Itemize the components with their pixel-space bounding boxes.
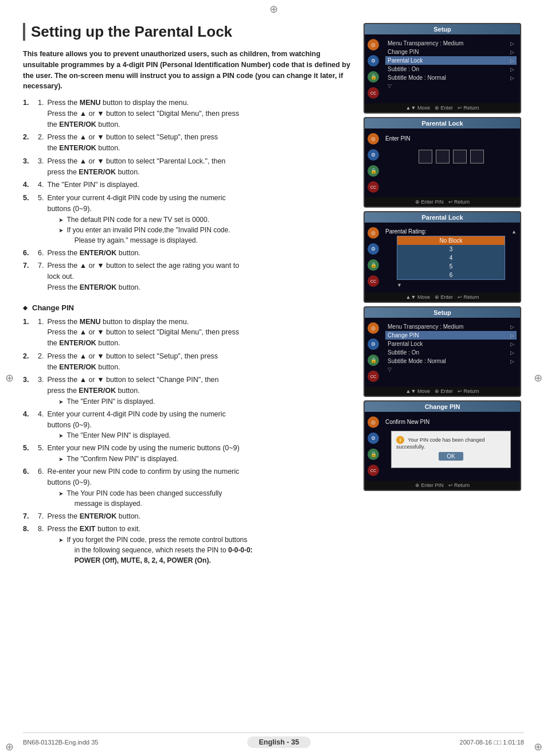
change-pin-title: Change PIN [32,303,74,312]
screenshot-setup2: Setup ◎ ⚙ 🔒 CC Menu Transparency : Mediu… [364,306,521,397]
enter-pin-label: Enter PIN [385,133,517,144]
reg-mark-bl: ⊕ [2,740,16,754]
menu-row2-subtitlemode: Subtitle Mode : Normal ▷ [385,357,517,365]
menu-row-subtitlemode: Subtitle Mode : Normal ▷ [385,73,517,82]
cp-note-5: The "Confirm New PIN" is displayed. [58,454,355,464]
rating-3: 3 [397,245,505,254]
screenshot-change-pin-body: ◎ ⚙ 🔒 CC Confirm New PIN i Your PIN code… [365,412,520,481]
cp-step-3: 3. Press the ▲ or ▼ button to select "Ch… [23,375,355,407]
step-7: 7. Press the ▲ or ▼ button to select the… [23,260,355,293]
step-2: 2. Press the ▲ or ▼ button to select "Se… [23,132,355,154]
menu-row-subtitle: Subtitle : On ▷ [385,65,517,73]
page-title: Setting up the Parental Lock [23,23,355,41]
screenshot-setup1: Setup ◎ ⚙ 🔒 CC Menu Transparency : Mediu… [364,23,521,114]
footer-left: BN68-01312B-Eng.indd 35 [23,739,98,746]
cp-note-3: The "Enter PIN" is displayed. [58,396,355,407]
screenshot-setup2-title: Setup [365,307,520,318]
confirm-box: i Your PIN code has been changedsuccessf… [391,431,511,468]
menu-row2-subtitle: Subtitle : On ▷ [385,348,517,357]
rating-5: 5 [397,262,505,271]
icon-sub2: CC [368,181,379,193]
screenshot-change-pin-confirm: Change PIN ◎ ⚙ 🔒 CC Confirm New PIN i Yo… [364,400,521,491]
screenshot-parental-pin: Parental Lock ◎ ⚙ 🔒 CC Enter PIN [364,117,521,208]
step-5: 5. Enter your current 4-digit PIN code b… [23,193,355,245]
confirm-text: Your PIN code has been changedsuccessful… [396,437,485,450]
cp-step-7: 7. Press the ENTER/OK button. [23,511,355,522]
screenshot-parental-pin-title: Parental Lock [365,118,520,128]
reg-mark-right: ⊕ [531,371,545,385]
menu-row2-parentallock: Parental Lock ▷ [385,340,517,348]
icon-gear2: ⚙ [368,149,379,161]
menu-row-changepin: Change PIN ▷ [385,48,517,56]
screenshot-change-pin-bottom: ⊕ Enter PIN ↩ Return [365,481,520,490]
screenshot-change-pin-title: Change PIN [365,402,520,412]
rating-6: 6 [397,271,505,279]
cp-step-8: 8. Press the EXIT button to exit. If you… [23,524,355,566]
step-1: 1. Press the MENU button to display the … [23,98,355,130]
note-5-1: The default PIN code for a new TV set is… [58,215,355,225]
screenshot-parental-rating: Parental Lock ◎ ⚙ 🔒 CC Parental Rating: … [364,211,521,303]
screenshot-setup1-bottom: ▲▼ Move ⊕ Enter ↩ Return [365,103,520,112]
screenshot-parental-pin-body: ◎ ⚙ 🔒 CC Enter PIN [365,128,520,197]
menu-row-parentallock: Parental Lock ▷ [385,56,517,65]
reg-mark-br: ⊕ [531,740,545,754]
rating-noblock: No Block [397,236,505,245]
step-4: 4. The "Enter PIN" is displayed. [23,180,355,190]
cp-step-4: 4. Enter your current 4-digit PIN code b… [23,409,355,441]
cp-note-6: The Your PIN code has been changed succe… [58,488,355,509]
footer-right: 2007-08-16 □□ 1:01:18 [460,739,524,746]
icon-compass5: ◎ [368,416,379,428]
menu-row2-changepin: Change PIN ▷ [385,331,517,340]
screenshot-parental-rating-bottom: ▲▼ Move ⊕ Enter ↩ Return [365,293,520,302]
icon-lock2: 🔒 [368,165,379,177]
screenshot-setup1-title: Setup [365,24,520,34]
menu-row2-transparency: Menu Transparency : Medium ▷ [385,322,517,331]
screenshot-setup2-body: ◎ ⚙ 🔒 CC Menu Transparency : Medium ▷ Ch… [365,318,520,387]
parental-rating-label: Parental Rating: ▲ [385,227,517,236]
icon-sub5: CC [368,465,379,476]
rating-4: 4 [397,254,505,262]
screenshot-parental-rating-body: ◎ ⚙ 🔒 CC Parental Rating: ▲ No Block 3 4… [365,223,520,293]
icon-lock4: 🔒 [368,354,379,366]
screenshot-setup1-body: ◎ ⚙ 🔒 CC Menu Transparency : Medium ▷ Ch… [365,34,520,103]
icon-compass: ◎ [368,39,379,50]
pin-boxes [385,150,517,163]
pin-box-3 [453,150,467,163]
left-column: Setting up the Parental Lock This featur… [23,23,355,568]
change-pin-steps-list: 1. Press the MENU button to display the … [23,317,355,566]
note-5-2: If you enter an invalid PIN code,the "In… [58,225,355,245]
cp-note-8: If you forget the PIN code, press the re… [58,535,355,566]
cp-step-1: 1. Press the MENU button to display the … [23,317,355,349]
icon-gear3: ⚙ [368,243,379,255]
icon-gear5: ⚙ [368,432,379,444]
icon-lock3: 🔒 [368,259,379,271]
pin-box-1 [419,150,432,163]
icon-gear4: ⚙ [368,338,379,350]
icon-gear: ⚙ [368,55,379,67]
info-icon: i [396,436,404,444]
ok-button[interactable]: OK [439,452,463,461]
rating-list: No Block 3 4 5 6 [397,236,505,280]
screenshot-setup2-bottom: ▲▼ Move ⊕ Enter ↩ Return [365,387,520,396]
confirm-new-pin-label: Confirm New PIN [385,416,517,427]
cp-step-2: 2. Press the ▲ or ▼ button to select "Se… [23,351,355,373]
icon-compass2: ◎ [368,133,379,145]
step-6: 6. Press the ENTER/OK button. [23,248,355,259]
pin-box-4 [470,150,484,163]
main-steps-list: 1. Press the MENU button to display the … [23,98,355,293]
cp-step-5: 5. Enter your new PIN code by using the … [23,443,355,464]
icon-sub3: CC [368,275,379,287]
screenshot-parental-rating-title: Parental Lock [365,212,520,223]
page-footer: BN68-01312B-Eng.indd 35 English - 35 200… [23,732,524,748]
screenshot-parental-pin-bottom: ⊕ Enter PIN ↩ Return [365,197,520,206]
cp-note-4: The "Enter New PIN" is displayed. [58,430,355,441]
screenshots-column: Setup ◎ ⚙ 🔒 CC Menu Transparency : Mediu… [364,23,524,491]
icon-compass4: ◎ [368,322,379,334]
icon-sub: CC [368,87,379,99]
icon-compass3: ◎ [368,227,379,239]
intro-text: This feature allows you to prevent unaut… [23,49,355,92]
icon-sub4: CC [368,371,379,382]
icon-lock: 🔒 [368,71,379,83]
icon-lock5: 🔒 [368,449,379,460]
pin-box-2 [436,150,450,163]
